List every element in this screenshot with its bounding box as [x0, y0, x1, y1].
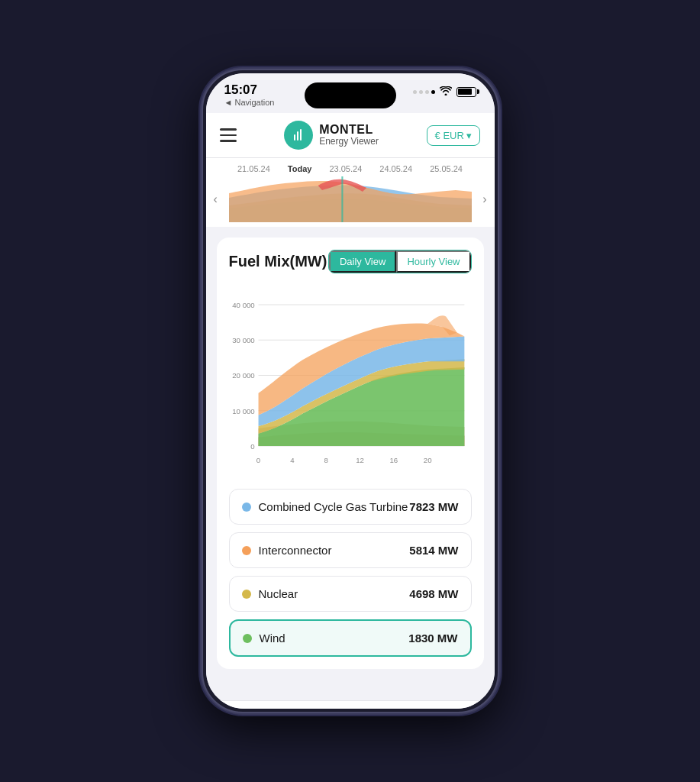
logo-icon	[284, 121, 313, 150]
svg-rect-0	[294, 134, 295, 141]
svg-text:30 000: 30 000	[232, 336, 254, 344]
legend-label-nuclear: Nuclear	[259, 587, 298, 600]
status-icons	[413, 82, 476, 98]
timeline-date-0: 21.05.24	[237, 164, 270, 173]
logo-title: MONTEL	[319, 123, 379, 137]
timeline-date-4: 25.05.24	[430, 164, 463, 173]
legend-label-interconnector: Interconnector	[259, 544, 332, 557]
timeline-date-2: 23.05.24	[329, 164, 362, 173]
phone-frame: 15:07 ◄ Navigation	[202, 69, 499, 713]
card-header: Fuel Mix(MW) Daily View Hourly View	[229, 250, 472, 273]
svg-text:16: 16	[389, 456, 398, 464]
legend-value-interconnector: 5814 MW	[409, 544, 458, 557]
svg-rect-2	[300, 129, 302, 141]
timeline-next-arrow[interactable]: ›	[482, 192, 486, 206]
svg-text:40 000: 40 000	[232, 301, 254, 309]
legend-value-wind: 1830 MW	[408, 632, 457, 645]
svg-text:20 000: 20 000	[232, 371, 254, 380]
main-content: Fuel Mix(MW) Daily View Hourly View	[206, 227, 495, 690]
svg-text:0: 0	[256, 456, 260, 464]
legend-left-interconnector: Interconnector	[242, 544, 332, 557]
timeline-dates: 21.05.24 Today 23.05.24 24.05.24 25.05.2…	[206, 164, 495, 173]
legend-item-wind[interactable]: Wind 1830 MW	[229, 619, 472, 657]
legend-dot-nuclear	[242, 590, 251, 599]
svg-rect-1	[297, 131, 298, 141]
status-nav: ◄ Navigation	[224, 98, 275, 107]
phone-inner: 15:07 ◄ Navigation	[206, 73, 495, 709]
daily-view-button[interactable]: Daily View	[329, 250, 396, 273]
legend-list: Combined Cycle Gas Turbine 7823 MW Inter…	[229, 489, 472, 657]
logo-sub: Energy Viewer	[319, 137, 379, 147]
legend-item-nuclear[interactable]: Nuclear 4698 MW	[229, 576, 472, 612]
status-bar: 15:07 ◄ Navigation	[206, 73, 495, 113]
hourly-view-button[interactable]: Hourly View	[396, 250, 470, 273]
svg-text:4: 4	[290, 456, 295, 464]
svg-text:20: 20	[423, 456, 431, 464]
svg-text:8: 8	[324, 456, 327, 464]
signal-icon	[413, 90, 435, 94]
legend-dot-ccgt	[242, 502, 251, 512]
status-left: 15:07 ◄ Navigation	[224, 82, 275, 107]
legend-left-wind: Wind	[243, 632, 285, 645]
view-toggle: Daily View Hourly View	[328, 250, 472, 273]
app-header: MONTEL Energy Viewer € EUR ▾	[206, 113, 495, 158]
logo-area: MONTEL Energy Viewer	[284, 121, 379, 150]
timeline-chart	[229, 176, 472, 222]
svg-text:10 000: 10 000	[232, 407, 254, 415]
legend-left-nuclear: Nuclear	[242, 587, 298, 600]
svg-text:0: 0	[250, 442, 254, 451]
legend-dot-wind	[243, 634, 252, 643]
wifi-icon	[440, 86, 452, 98]
svg-text:12: 12	[356, 456, 364, 464]
logo-text: MONTEL Energy Viewer	[319, 123, 379, 147]
timeline-date-today: Today	[288, 164, 312, 173]
legend-item-interconnector[interactable]: Interconnector 5814 MW	[229, 532, 472, 568]
dynamic-island	[305, 82, 396, 108]
menu-button[interactable]	[220, 128, 237, 142]
timeline-date-3: 24.05.24	[379, 164, 412, 173]
fuel-mix-card: Fuel Mix(MW) Daily View Hourly View	[217, 238, 484, 669]
currency-button[interactable]: € EUR ▾	[427, 125, 481, 146]
timeline-prev-arrow[interactable]: ‹	[214, 192, 218, 206]
legend-item-ccgt[interactable]: Combined Cycle Gas Turbine 7823 MW	[229, 489, 472, 525]
status-time: 15:07	[224, 82, 257, 98]
legend-label-wind: Wind	[260, 632, 285, 645]
battery-icon	[456, 87, 476, 97]
legend-left-ccgt: Combined Cycle Gas Turbine	[242, 500, 408, 513]
legend-label-ccgt: Combined Cycle Gas Turbine	[259, 500, 408, 513]
legend-dot-interconnector	[242, 546, 251, 555]
timeline-strip: 21.05.24 Today 23.05.24 24.05.24 25.05.2…	[206, 158, 495, 227]
scroll-area[interactable]: Fuel Mix(MW) Daily View Hourly View	[206, 227, 495, 700]
legend-value-nuclear: 4698 MW	[409, 587, 458, 600]
timeline-chart-container: ‹	[206, 176, 495, 222]
bottom-navigation: ‹ 🇫🇷 🇬🇧 GB 🇮🇪 ›	[206, 700, 495, 709]
chart-area: 40 000 30 000 20 000 10 000 0 0 4 8 12 1…	[229, 283, 472, 489]
legend-value-ccgt: 7823 MW	[409, 500, 458, 513]
card-title: Fuel Mix(MW)	[229, 253, 327, 270]
